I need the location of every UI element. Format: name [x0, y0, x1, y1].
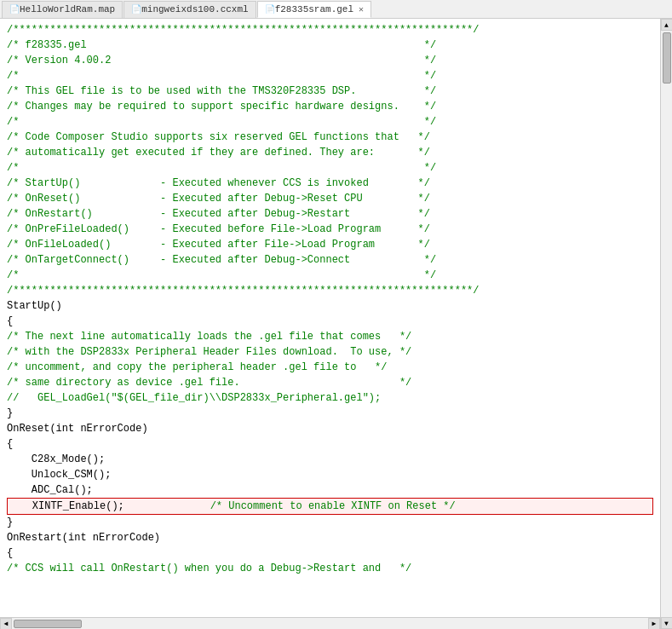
code-line: /* OnPreFileLoaded() - Executed before F…	[7, 222, 653, 237]
tab-f28335sram[interactable]: 📄 f28335sram.gel ✕	[257, 1, 371, 18]
code-area: /***************************************…	[0, 19, 660, 629]
code-line: /* automatically get executed if they ar…	[7, 145, 653, 160]
code-line: /* OnFileLoaded() - Executed after File-…	[7, 237, 653, 252]
tab-close-button[interactable]: ✕	[359, 4, 364, 14]
tab-gel-icon: 📄	[265, 4, 275, 14]
scroll-down-arrow[interactable]: ▼	[661, 617, 673, 629]
code-line: /* uncomment, and copy the peripheral he…	[7, 360, 653, 375]
code-line: /* CCS will call OnRestart() when you do…	[7, 561, 653, 576]
tab-mingweixds-label: mingweixds100.ccxml	[141, 4, 248, 14]
code-line: /* Code Composer Studio supports six res…	[7, 130, 653, 145]
code-line: /* OnRestart() - Executed after Debug->R…	[7, 206, 653, 222]
code-line: /* same directory as device .gel file. *…	[7, 375, 653, 390]
tab-bar: 📄 HelloWorldRam.map 📄 mingweixds100.ccxm…	[0, 0, 672, 19]
code-line: /* */	[7, 268, 653, 283]
code-line: }	[7, 515, 653, 530]
code-line: C28x_Mode();	[7, 452, 653, 467]
code-line: ADC_Cal();	[7, 482, 653, 498]
vertical-scrollbar-thumb[interactable]	[663, 32, 671, 84]
code-line: }	[7, 406, 653, 421]
code-line: {	[7, 314, 653, 329]
code-line: Unlock_CSM();	[7, 467, 653, 482]
code-line: /* The next line automatically loads the…	[7, 329, 653, 344]
horizontal-scrollbar-thumb[interactable]	[14, 620, 82, 628]
code-line: OnReset(int nErrorCode)	[7, 421, 653, 436]
code-line: /* OnTargetConnect() - Executed after De…	[7, 252, 653, 268]
code-line: /* f28335.gel */	[7, 38, 653, 53]
code-line: /* This GEL file is to be used with the …	[7, 84, 653, 99]
code-line: {	[7, 436, 653, 452]
code-line: /***************************************…	[7, 22, 653, 38]
code-line: StartUp()	[7, 298, 653, 314]
code-line: /***************************************…	[7, 283, 653, 298]
code-line: /* Changes may be required to support sp…	[7, 99, 653, 114]
code-line: /* StartUp() - Executed whenever CCS is …	[7, 176, 653, 191]
code-line: /* with the DSP2833x Peripheral Header F…	[7, 344, 653, 360]
horizontal-scrollbar[interactable]: ◀ ▶	[0, 617, 660, 629]
code-line: OnRestart(int nErrorCode)	[7, 530, 653, 545]
code-line: /* OnReset() - Executed after Debug->Res…	[7, 191, 653, 206]
tab-helloworldram-label: HelloWorldRam.map	[20, 4, 115, 14]
code-line: /* */	[7, 114, 653, 130]
code-line: XINTF_Enable(); /* Uncomment to enable X…	[7, 498, 653, 515]
tab-f28335sram-label: f28335sram.gel	[275, 4, 353, 14]
code-content[interactable]: /***************************************…	[0, 19, 660, 617]
code-line: // GEL_LoadGel("$(GEL_file_dir)\\DSP2833…	[7, 390, 653, 406]
code-line: /* */	[7, 68, 653, 84]
tab-helloworldram[interactable]: 📄 HelloWorldRam.map	[2, 1, 123, 18]
tab-mingweixds[interactable]: 📄 mingweixds100.ccxml	[123, 1, 256, 18]
scroll-up-arrow[interactable]: ▲	[661, 19, 673, 31]
code-line: /* */	[7, 160, 653, 176]
tab-map-icon: 📄	[9, 4, 20, 14]
scroll-left-arrow[interactable]: ◀	[0, 618, 12, 630]
code-line: {	[7, 545, 653, 561]
tab-ccxml-icon: 📄	[131, 4, 141, 14]
scroll-right-arrow[interactable]: ▶	[648, 618, 660, 630]
code-line: /* Version 4.00.2 */	[7, 53, 653, 68]
vertical-scrollbar[interactable]: ▲ ▼	[660, 19, 672, 629]
editor-container: /***************************************…	[0, 19, 672, 629]
